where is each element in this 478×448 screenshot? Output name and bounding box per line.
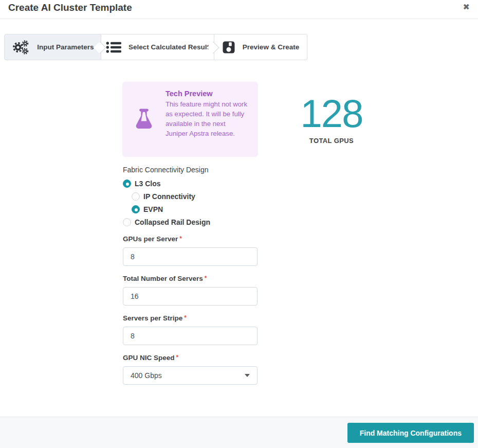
dialog-footer: Find Matching Configurations bbox=[0, 417, 478, 448]
create-ai-cluster-template-dialog: Create AI Cluster Template ✖ Input Param… bbox=[0, 0, 478, 448]
tab-label: Select Calculated Result bbox=[128, 43, 209, 51]
tech-preview-body: This feature might not work as expected.… bbox=[166, 99, 248, 138]
radio-ip-connectivity[interactable]: IP Connectivity bbox=[132, 192, 258, 201]
dialog-header: Create AI Cluster Template ✖ bbox=[0, 0, 478, 19]
total-gpus-label: TOTAL GPUS bbox=[290, 137, 373, 145]
field-label: Servers per Stripe bbox=[123, 314, 182, 322]
required-marker: * bbox=[184, 314, 187, 321]
field-label: GPU NIC Speed bbox=[123, 354, 175, 362]
total-number-of-servers-field: Total Number of Servers* bbox=[123, 275, 258, 306]
save-icon bbox=[222, 41, 235, 54]
wizard-steps: Input Parameters Select Calculated Resul… bbox=[4, 34, 307, 60]
tech-preview-title: Tech Preview bbox=[166, 89, 248, 98]
tab-preview-and-create[interactable]: Preview & Create bbox=[214, 34, 307, 60]
total-gpus-summary: 128 TOTAL GPUS bbox=[290, 94, 373, 145]
tech-preview-banner: Tech Preview This feature might not work… bbox=[122, 82, 258, 157]
gpu-nic-speed-select[interactable]: 400 Gbps bbox=[123, 366, 258, 385]
chevron-down-icon bbox=[245, 374, 250, 377]
servers-per-stripe-input[interactable] bbox=[123, 327, 258, 345]
gpus-per-server-field: GPUs per Server* bbox=[123, 235, 258, 266]
page-title: Create AI Cluster Template bbox=[8, 2, 132, 13]
fabric-connectivity-design-label: Fabric Connectivity Design bbox=[123, 166, 258, 174]
select-value: 400 Gbps bbox=[131, 371, 162, 380]
field-label: GPUs per Server bbox=[123, 235, 178, 243]
tab-input-parameters[interactable]: Input Parameters bbox=[4, 34, 101, 60]
gears-icon bbox=[11, 40, 30, 55]
tab-label: Preview & Create bbox=[243, 43, 299, 51]
radio-button-icon bbox=[123, 180, 131, 188]
close-icon[interactable]: ✖ bbox=[463, 2, 470, 12]
total-number-of-servers-input[interactable] bbox=[123, 287, 258, 306]
radio-l3-clos[interactable]: L3 Clos bbox=[123, 180, 258, 188]
radio-button-icon bbox=[132, 205, 140, 213]
gpus-per-server-input[interactable] bbox=[123, 247, 258, 266]
required-marker: * bbox=[179, 235, 182, 242]
total-gpus-value: 128 bbox=[290, 94, 373, 133]
list-icon bbox=[106, 41, 121, 54]
radio-button-icon bbox=[123, 218, 131, 226]
radio-button-icon bbox=[132, 192, 140, 201]
radio-collapsed-rail-design[interactable]: Collapsed Rail Design bbox=[123, 218, 258, 226]
find-matching-configurations-button[interactable]: Find Matching Configurations bbox=[347, 423, 474, 443]
radio-label: EVPN bbox=[143, 205, 163, 213]
field-label: Total Number of Servers bbox=[123, 275, 203, 282]
flask-icon bbox=[122, 82, 166, 157]
tab-label: Input Parameters bbox=[37, 43, 94, 51]
radio-label: Collapsed Rail Design bbox=[135, 218, 210, 226]
servers-per-stripe-field: Servers per Stripe* bbox=[123, 314, 258, 345]
radio-evpn[interactable]: EVPN bbox=[132, 205, 258, 213]
radio-label: IP Connectivity bbox=[143, 192, 195, 201]
input-parameters-form: Fabric Connectivity Design L3 Clos IP Co… bbox=[123, 166, 258, 385]
required-marker: * bbox=[205, 275, 207, 282]
gpu-nic-speed-field: GPU NIC Speed* 400 Gbps bbox=[123, 354, 258, 385]
required-marker: * bbox=[176, 354, 179, 361]
radio-label: L3 Clos bbox=[135, 180, 161, 188]
tab-select-calculated-result[interactable]: Select Calculated Result bbox=[101, 34, 214, 60]
